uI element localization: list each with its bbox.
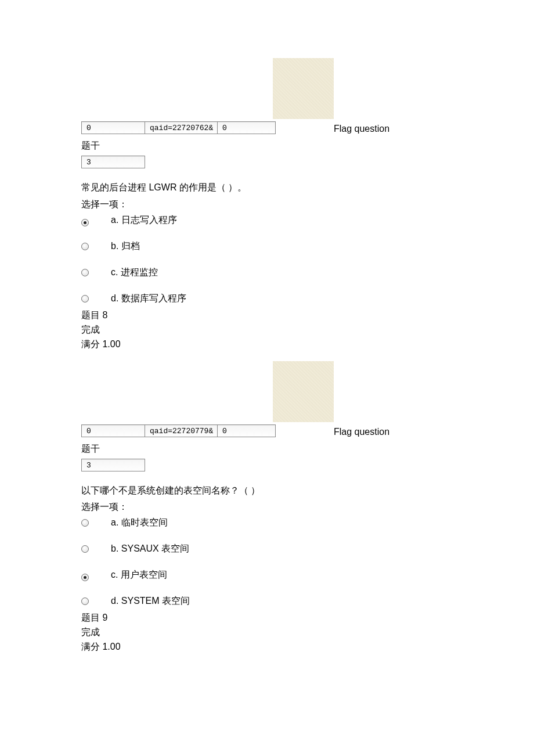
option-label: b. 归档 — [111, 240, 140, 253]
option-label: b. SYSAUX 表空间 — [111, 543, 189, 555]
option-d[interactable]: d. SYSTEM 表空间 — [81, 595, 453, 607]
radio-icon[interactable] — [81, 295, 89, 303]
field-3[interactable]: 0 — [218, 424, 276, 437]
field-1[interactable]: 0 — [81, 121, 145, 134]
field-3[interactable]: 0 — [218, 121, 276, 134]
field-single[interactable]: 3 — [81, 156, 145, 168]
field-single[interactable]: 3 — [81, 459, 145, 471]
option-label: d. SYSTEM 表空间 — [111, 595, 190, 607]
radio-icon[interactable] — [81, 597, 89, 605]
choose-one-label: 选择一项： — [81, 501, 453, 513]
flag-question-link[interactable]: Flag question — [334, 427, 389, 437]
options-group: a. 日志写入程序 b. 归档 c. 进程监控 d. 数据库写入程序 — [81, 214, 453, 305]
choose-one-label: 选择一项： — [81, 199, 453, 211]
stem-label: 题干 — [81, 140, 453, 152]
stem-label: 题干 — [81, 443, 453, 455]
question-number: 题目 9 — [81, 612, 453, 624]
question-score: 满分 1.00 — [81, 339, 453, 351]
radio-icon[interactable] — [81, 574, 89, 581]
input-row: 0 qaid=22720762& 0 Flag question — [81, 121, 453, 134]
question-7: 0 qaid=22720762& 0 Flag question 题干 3 常见… — [81, 58, 453, 351]
option-label: c. 进程监控 — [111, 267, 158, 279]
radio-icon[interactable] — [81, 519, 89, 527]
flag-image-placeholder — [273, 361, 334, 422]
radio-icon[interactable] — [81, 545, 89, 553]
option-c[interactable]: c. 用户表空间 — [81, 569, 453, 581]
field-1[interactable]: 0 — [81, 424, 145, 437]
question-status: 完成 — [81, 627, 453, 639]
question-text: 常见的后台进程 LGWR 的作用是（ ）。 — [81, 180, 453, 195]
input-row: 0 qaid=22720779& 0 Flag question — [81, 424, 453, 437]
flag-row — [81, 361, 453, 419]
radio-icon[interactable] — [81, 219, 89, 226]
option-label: c. 用户表空间 — [111, 569, 167, 581]
field-2[interactable]: qaid=22720779& — [145, 424, 218, 437]
question-8: 0 qaid=22720779& 0 Flag question 题干 3 以下… — [81, 361, 453, 654]
option-label: a. 日志写入程序 — [111, 214, 177, 226]
option-d[interactable]: d. 数据库写入程序 — [81, 293, 453, 305]
flag-question-link[interactable]: Flag question — [334, 124, 389, 134]
question-score: 满分 1.00 — [81, 641, 453, 653]
option-label: a. 临时表空间 — [111, 517, 168, 529]
option-a[interactable]: a. 日志写入程序 — [81, 214, 453, 226]
radio-icon[interactable] — [81, 243, 89, 250]
question-status: 完成 — [81, 324, 453, 336]
question-text: 以下哪个不是系统创建的表空间名称？（ ） — [81, 483, 453, 498]
option-label: d. 数据库写入程序 — [111, 293, 186, 305]
option-c[interactable]: c. 进程监控 — [81, 267, 453, 279]
question-number: 题目 8 — [81, 309, 453, 322]
flag-image-placeholder — [273, 58, 334, 119]
option-a[interactable]: a. 临时表空间 — [81, 517, 453, 529]
flag-row — [81, 58, 453, 116]
option-b[interactable]: b. SYSAUX 表空间 — [81, 543, 453, 555]
options-group: a. 临时表空间 b. SYSAUX 表空间 c. 用户表空间 d. SYSTE… — [81, 517, 453, 607]
option-b[interactable]: b. 归档 — [81, 240, 453, 253]
radio-icon[interactable] — [81, 269, 89, 276]
field-2[interactable]: qaid=22720762& — [145, 121, 218, 134]
